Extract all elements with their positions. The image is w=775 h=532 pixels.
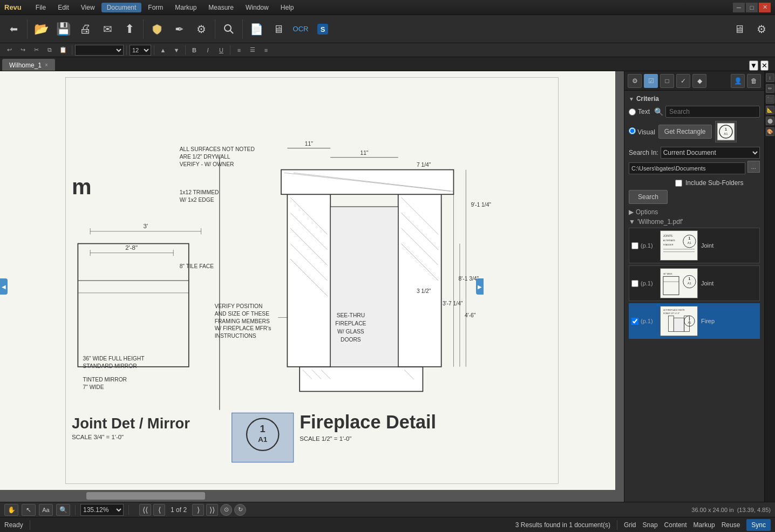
menu-document[interactable]: Document [101, 3, 142, 12]
result-item-3[interactable]: (p.1) 42 FIREPLACE INSTR SCALE 1/2"=1'-0… [629, 303, 760, 339]
settings-button[interactable]: ⚙ [191, 18, 212, 40]
menu-edit[interactable]: Edit [52, 3, 74, 12]
tool-select[interactable]: ⬛ [766, 95, 774, 104]
include-subfolders-label[interactable]: Include Sub-Folders [685, 179, 743, 187]
rp-flag-button[interactable]: ◆ [692, 74, 706, 88]
menu-file[interactable]: File [30, 3, 51, 12]
upload-button[interactable]: ⬆ [119, 18, 140, 40]
copy-button[interactable]: ⧉ [44, 45, 56, 56]
redo-button[interactable]: ↪ [17, 45, 29, 56]
rp-settings-button[interactable]: ⚙ [628, 74, 642, 88]
rp-check-button[interactable]: ☑ [644, 74, 658, 88]
bluebeam-button[interactable]: S [312, 18, 333, 40]
rp-user-button[interactable]: 👤 [731, 74, 745, 88]
rp-rect-button[interactable]: □ [660, 74, 674, 88]
compare-button[interactable]: 🖥 [268, 18, 289, 40]
tab-wilhome[interactable]: Wilhome_1 × [2, 59, 55, 71]
close-button[interactable]: ✕ [759, 3, 771, 12]
minimize-button[interactable]: ─ [733, 3, 745, 12]
display-button[interactable]: 🖥 [729, 18, 750, 40]
tool-arrow[interactable]: ↕ [766, 73, 774, 82]
search-button[interactable]: Search [629, 190, 668, 204]
menu-view[interactable]: View [76, 3, 100, 12]
align-center-button[interactable]: ☰ [247, 45, 259, 56]
right-sidebar-toggle[interactable]: ▶ [476, 278, 484, 295]
first-page-button[interactable]: ⟨⟨ [139, 504, 151, 516]
options-header[interactable]: ▶ Options [629, 208, 760, 216]
tab-close-button[interactable]: × [45, 62, 48, 68]
text-radio-label[interactable]: Text [629, 108, 650, 115]
tool-pen[interactable]: ✏ [766, 84, 774, 93]
email-button[interactable]: ✉ [97, 18, 118, 40]
align-left-button[interactable]: ≡ [233, 45, 245, 56]
align-right-button[interactable]: ≡ [260, 45, 272, 56]
browse-button[interactable]: ... [747, 161, 760, 173]
gear-button[interactable]: ⚙ [751, 18, 772, 40]
decrease-size-button[interactable]: ▼ [171, 45, 182, 56]
hand-tool-button[interactable]: ✋ [4, 504, 18, 516]
scrollbar-thumb[interactable] [86, 492, 205, 500]
undo-button[interactable]: ↩ [3, 45, 15, 56]
text-radio[interactable] [629, 108, 636, 115]
result-item-1[interactable]: (p.1) JOINTS ALTERNATE STAGGER 1 [629, 228, 760, 263]
result-item-2[interactable]: (p.1) 36" WIDE 1 A1 [629, 265, 760, 301]
italic-button[interactable]: I [202, 45, 214, 56]
ocr-button[interactable]: OCR [290, 18, 311, 40]
sign-button[interactable]: ✒ [169, 18, 189, 40]
results-header[interactable]: ▼ 'Wilhome_1.pdf' [629, 218, 760, 226]
path-input[interactable] [629, 162, 745, 174]
protect-button[interactable] [147, 18, 167, 40]
left-sidebar-toggle[interactable]: ◀ [0, 278, 8, 295]
visual-radio-label[interactable]: Visual [629, 127, 655, 136]
search-input[interactable] [665, 106, 760, 118]
drawing-area[interactable]: 3' 2'-8" ALL SURFACES NOT NOTED ARE 1/2"… [0, 71, 624, 502]
result-2-checkbox[interactable] [631, 280, 638, 287]
rp-verify-button[interactable]: ✓ [676, 74, 690, 88]
menu-measure[interactable]: Measure [203, 3, 239, 12]
menu-help[interactable]: Help [275, 3, 300, 12]
increase-size-button[interactable]: ▲ [157, 45, 169, 56]
menu-window[interactable]: Window [240, 3, 274, 12]
tool-stamp[interactable]: ⬤ [766, 117, 774, 125]
menu-markup[interactable]: Markup [169, 3, 202, 12]
get-rectangle-button[interactable]: Get Rectangle [658, 125, 712, 139]
result-3-checkbox[interactable] [631, 318, 638, 325]
next-page-button[interactable]: ⟩ [192, 504, 204, 516]
menu-form[interactable]: Form [142, 3, 168, 12]
visual-radio[interactable] [629, 127, 636, 134]
bold-button[interactable]: B [188, 45, 200, 56]
text-tool-button[interactable]: Aa [39, 504, 53, 516]
search-in-select[interactable]: Current Document All Open Documents Fold… [661, 147, 760, 159]
svg-text:INSTRUCTIONS: INSTRUCTIONS [215, 333, 256, 339]
zoom-select[interactable]: 135.12% [80, 504, 124, 516]
last-page-button[interactable]: ⟩⟩ [206, 504, 218, 516]
font-select[interactable] [75, 45, 124, 56]
maximize-button[interactable]: □ [746, 3, 758, 12]
back-button[interactable]: ⬅ [3, 18, 24, 40]
prev-page-button[interactable]: ⟨ [153, 504, 165, 516]
tool-measure[interactable]: 📐 [766, 106, 774, 114]
tool-color[interactable]: 🎨 [766, 127, 774, 136]
pointer-tool-button[interactable]: ↖ [22, 504, 36, 516]
paste-button[interactable]: 📋 [57, 45, 69, 56]
vertical-scrollbar[interactable] [615, 71, 624, 490]
rp-delete-button[interactable]: 🗑 [747, 74, 761, 88]
nav-circle-button[interactable]: ⊙ [220, 504, 232, 516]
horizontal-scrollbar[interactable] [0, 490, 624, 502]
search-button[interactable] [219, 18, 239, 40]
open-button[interactable]: 📂 [31, 18, 51, 40]
save-button[interactable]: 💾 [53, 18, 73, 40]
include-subfolders-checkbox[interactable] [675, 180, 682, 187]
underline-button[interactable]: U [215, 45, 227, 56]
result-1-checkbox[interactable] [631, 242, 638, 249]
nav-rotate-button[interactable]: ↻ [234, 504, 246, 516]
doc-properties-button[interactable]: 📄 [246, 18, 267, 40]
tab-close-all-button[interactable]: ✕ [760, 60, 769, 71]
sync-button[interactable]: Sync [746, 519, 771, 531]
cut-button[interactable]: ✂ [30, 45, 42, 56]
print-button[interactable]: 🖨 [75, 18, 96, 40]
criteria-header[interactable]: ▼ Criteria [629, 95, 760, 103]
tab-dropdown-button[interactable]: ▼ [749, 60, 758, 71]
zoom-tool-button[interactable]: 🔍 [56, 504, 70, 516]
font-size-select[interactable]: 12 [130, 45, 151, 56]
